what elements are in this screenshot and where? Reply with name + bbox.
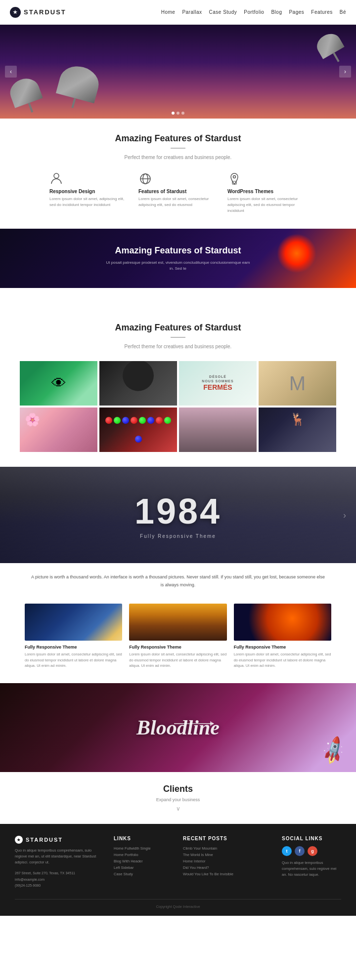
nav-portfolio[interactable]: Portfolio (244, 9, 264, 15)
blog-section: Fully Responsive Theme Lorem ipsum dolor… (0, 599, 356, 683)
ball-green-2 (139, 417, 146, 424)
antler-icon: 🦌 (290, 412, 305, 426)
googleplus-icon[interactable]: g (308, 846, 317, 856)
person-icon (49, 172, 63, 186)
footer-phone: (99)24-125-9080 (15, 883, 104, 889)
portfolio-item-4[interactable] (259, 361, 336, 406)
blog-thumb-2[interactable] (129, 604, 226, 641)
nav-home[interactable]: Home (161, 9, 176, 15)
blog-thumb-3[interactable] (234, 604, 331, 641)
feature-1-title: Responsive Design (49, 189, 129, 194)
portfolio-item-7[interactable] (179, 408, 257, 452)
nav-parallax[interactable]: Parallax (182, 9, 202, 15)
footer-email: info@example.com (15, 877, 104, 883)
footer-post-2[interactable]: The World Is Mine (183, 853, 272, 857)
section-1984: 1984 Fully Responsive Theme › (0, 467, 356, 563)
fermes-text: DÉSOLÉNOUS SOMMES FERMÉS (202, 375, 233, 392)
dot-1[interactable] (172, 112, 175, 115)
feature-3-title: WordPress Themes (227, 189, 307, 194)
footer-desc: Quo in alique temporibus comprehensam, s… (15, 848, 104, 865)
features-section: Amazing Features of Stardust Perfect the… (0, 119, 356, 229)
portfolio-item-6[interactable] (99, 408, 177, 452)
portfolio-title: Amazing Features of Stardust (20, 323, 336, 333)
footer-address-1: 267 Street, Suite 270, Texas, TX 34511 (15, 870, 104, 877)
number-1984: 1984 (134, 491, 222, 531)
blog-thumb-1[interactable] (25, 604, 122, 641)
footer-address: 267 Street, Suite 270, Texas, TX 34511 i… (15, 870, 104, 889)
blog-grid: Fully Responsive Theme Lorem ipsum dolor… (25, 604, 331, 668)
rocket-icon: 🚀 (317, 735, 351, 767)
footer-logo-icon (15, 836, 23, 844)
features-grid: Responsive Design Lorem ipsum dolor sit … (20, 172, 336, 214)
footer-about: STARDUST Quo in alique temporibus compre… (15, 836, 104, 889)
nav-casestudy[interactable]: Case Study (209, 9, 237, 15)
footer-links: Links Home Fullwidth Single Home Portfol… (114, 836, 173, 889)
bloodline-text: Bloodline (136, 716, 220, 739)
location-icon (227, 172, 241, 186)
chevron-down-icon[interactable]: ∨ (20, 805, 336, 812)
footer-post-5[interactable]: Would You Like To Be Invisible (183, 872, 272, 876)
nav-blog[interactable]: Blog (271, 9, 282, 15)
portfolio-item-5[interactable] (20, 408, 97, 452)
footer-link-3[interactable]: Blog With Header (114, 859, 173, 863)
fermes-title: FERMÉS (202, 383, 233, 392)
nav-pages[interactable]: Pages (289, 9, 304, 15)
ball-red-3 (156, 417, 163, 424)
portfolio-item-1[interactable] (20, 361, 97, 406)
portfolio-item-2[interactable] (99, 361, 177, 406)
portfolio-item-8[interactable]: 🦌 (259, 408, 336, 452)
arrow-right-icon[interactable]: › (343, 510, 346, 520)
footer-posts: Recent Posts Climb Your Mountain The Wor… (183, 836, 272, 889)
blog-text-3: Lorem ipsum dolor sit amet, consectetur … (234, 652, 331, 668)
blog-item-1: Fully Responsive Theme Lorem ipsum dolor… (25, 604, 122, 668)
portfolio-section: Amazing Features of Stardust Perfect the… (0, 313, 356, 467)
dot-3[interactable] (181, 112, 184, 115)
quote-section: A picture is worth a thousand words. An … (0, 563, 356, 599)
responsive-text: Fully Responsive Theme (140, 533, 216, 539)
ball-green-3 (164, 417, 171, 424)
footer-link-1[interactable]: Home Fullwidth Single (114, 846, 173, 851)
slider-prev-button[interactable]: ‹ (5, 66, 17, 78)
blog-title-1: Fully Responsive Theme (25, 645, 122, 650)
footer-bottom: Copyright Qode Interactive (15, 899, 341, 909)
blog-text-1: Lorem ipsum dolor sit amet, consectetur … (25, 652, 122, 668)
features-divider (171, 148, 185, 149)
globe-icon (138, 172, 152, 186)
ball-blue-2 (147, 417, 154, 424)
footer-link-4[interactable]: Left Sidebar (114, 865, 173, 870)
footer-logo: STARDUST (15, 836, 104, 844)
ball-blue (122, 417, 129, 424)
feature-2-text: Lorem ipsum dolor sit amet, consectetur … (138, 196, 218, 208)
twitter-icon[interactable]: t (282, 846, 292, 856)
logo[interactable]: STARDUST (10, 7, 66, 18)
footer-link-2[interactable]: Home Portfolio (114, 853, 173, 857)
satellite-2 (59, 67, 99, 99)
quote-text: A picture is worth a thousand words. An … (30, 573, 326, 589)
footer-post-3[interactable]: Home Interior (183, 859, 272, 863)
feature-3-text: Lorem ipsum dolor sit amet, consectetur … (227, 196, 307, 214)
facebook-icon[interactable]: f (295, 846, 305, 856)
hero-background (0, 25, 356, 119)
footer-logo-text: STARDUST (26, 837, 63, 843)
svg-point-4 (233, 176, 236, 178)
ball-blue-3 (135, 436, 142, 443)
footer-social: Social Links t f g Quo in alique tempori… (282, 836, 341, 889)
nav-be[interactable]: Bé (340, 9, 346, 15)
nav-features[interactable]: Features (311, 9, 332, 15)
blog-item-2: Fully Responsive Theme Lorem ipsum dolor… (129, 604, 226, 668)
footer-links-title: Links (114, 836, 173, 841)
footer-post-4[interactable]: Did You Heard? (183, 865, 272, 870)
blog-title-2: Fully Responsive Theme (129, 645, 226, 650)
portfolio-item-3[interactable]: DÉSOLÉNOUS SOMMES FERMÉS (179, 361, 257, 406)
slider-next-button[interactable]: › (339, 66, 351, 78)
logo-text: STARDUST (24, 8, 66, 16)
dot-2[interactable] (177, 112, 179, 115)
ball-green (114, 417, 121, 424)
footer-post-1[interactable]: Climb Your Mountain (183, 846, 272, 851)
footer-link-5[interactable]: Case Study (114, 872, 173, 876)
bloodline-banner: Bloodline 🚀 (0, 683, 356, 772)
header: STARDUST Home Parallax Case Study Portfo… (0, 0, 356, 25)
dark-banner: Amazing Features of Stardust Ut posait p… (0, 229, 356, 288)
footer-columns: STARDUST Quo in alique temporibus compre… (15, 836, 341, 889)
footer-social-title: Social Links (282, 836, 341, 841)
